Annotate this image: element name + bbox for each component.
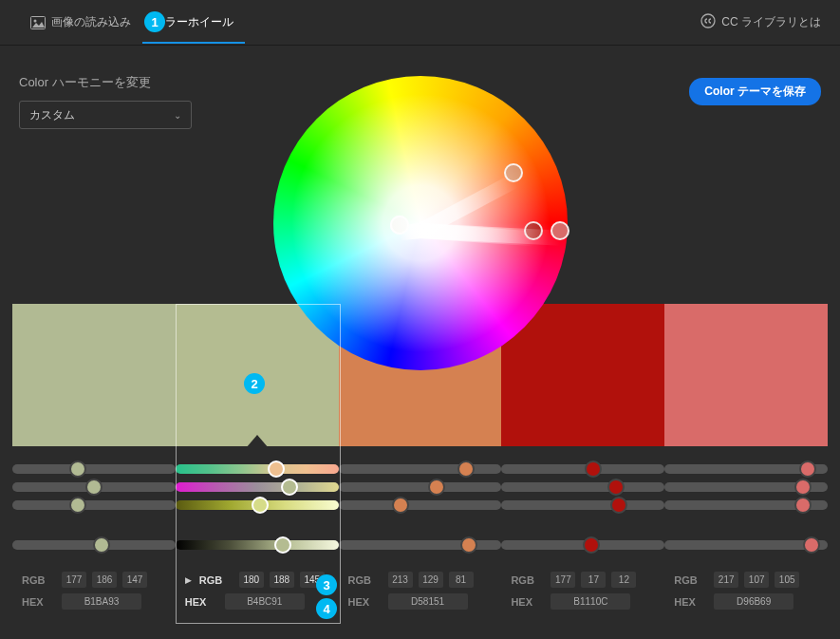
slider-knob[interactable]: [93, 536, 110, 554]
wheel-marker[interactable]: [551, 221, 569, 240]
rgb-value[interactable]: 17: [581, 572, 606, 588]
harmony-select-value: カスタム: [29, 107, 75, 123]
harmony-select[interactable]: カスタム ⌄: [19, 101, 192, 129]
slider-track-val[interactable]: [664, 540, 828, 550]
hex-value[interactable]: B1BA93: [62, 593, 141, 610]
hex-label: HEX: [348, 596, 383, 608]
wheel-marker[interactable]: [390, 216, 409, 235]
callout-3: 3: [316, 574, 337, 595]
slider-track-lig[interactable]: [339, 500, 502, 510]
slider-knob[interactable]: [585, 460, 602, 478]
hex-value[interactable]: B1110C: [551, 593, 630, 610]
svg-point-2: [701, 14, 715, 28]
slider-column: [12, 460, 176, 550]
rgb-value[interactable]: 107: [744, 572, 769, 588]
slider-knob[interactable]: [607, 479, 625, 496]
slider-track-sat[interactable]: [339, 482, 502, 492]
slider-column: [501, 460, 664, 550]
slider-track-hue[interactable]: [339, 464, 502, 474]
rgb-value[interactable]: 177: [551, 572, 575, 588]
rgb-value[interactable]: 147: [122, 572, 147, 588]
readout-column: RGB217107105HEXD96B69: [664, 566, 828, 621]
readout-column: ▶RGB180188145HEXB4BC91: [176, 566, 339, 621]
slider-knob[interactable]: [803, 536, 820, 554]
rgb-value[interactable]: 213: [388, 572, 413, 588]
cc-libraries-link[interactable]: CC ライブラリとは: [700, 13, 821, 45]
slider-knob[interactable]: [610, 497, 627, 514]
rgb-value[interactable]: 129: [419, 572, 443, 588]
swatch[interactable]: [12, 304, 176, 446]
slider-track-lig[interactable]: [664, 500, 828, 510]
rgb-value[interactable]: 188: [270, 572, 294, 588]
rgb-value[interactable]: 81: [449, 572, 474, 588]
rgb-label: RGB: [674, 574, 708, 586]
slider-knob[interactable]: [69, 497, 86, 514]
slider-knob[interactable]: [428, 479, 445, 496]
slider-track-sat[interactable]: [501, 482, 664, 492]
tab-import-image[interactable]: 画像の読み込み: [19, 14, 142, 44]
rgb-value[interactable]: 186: [92, 572, 117, 588]
callout-4: 4: [316, 598, 337, 619]
slider-track-sat[interactable]: [664, 482, 828, 492]
slider-track-val[interactable]: [176, 540, 339, 550]
slider-track-sat[interactable]: [12, 482, 176, 492]
hex-label: HEX: [511, 596, 545, 608]
cc-libraries-label: CC ライブラリとは: [721, 14, 821, 30]
hex-label: HEX: [674, 596, 708, 608]
slider-track-lig[interactable]: [501, 500, 664, 510]
hex-value[interactable]: D96B69: [714, 593, 793, 610]
slider-track-hue[interactable]: [501, 464, 664, 474]
slider-track-lig[interactable]: [176, 500, 339, 510]
sliders-row: [12, 460, 828, 546]
slider-knob[interactable]: [281, 479, 298, 496]
hex-value[interactable]: D58151: [388, 593, 468, 610]
slider-knob[interactable]: [274, 536, 291, 554]
slider-knob[interactable]: [457, 460, 475, 478]
rgb-value[interactable]: 105: [775, 572, 799, 588]
readout-column: RGB21312981HEXD58151: [339, 566, 502, 621]
slider-knob[interactable]: [252, 497, 269, 514]
slider-column: [339, 460, 502, 550]
readout-column: RGB1771712HEXB1110C: [501, 566, 664, 621]
rgb-value[interactable]: 177: [62, 572, 86, 588]
slider-knob[interactable]: [799, 460, 816, 478]
slider-knob[interactable]: [794, 479, 812, 496]
callout-2: 2: [244, 373, 265, 394]
slider-knob[interactable]: [460, 536, 477, 554]
wheel-marker[interactable]: [390, 216, 409, 235]
slider-knob[interactable]: [794, 497, 812, 514]
rgb-label: RGB: [348, 574, 383, 586]
swatch[interactable]: [664, 304, 828, 446]
rgb-value[interactable]: 217: [714, 572, 738, 588]
triangle-right-icon: ▶: [185, 575, 192, 585]
slider-track-val[interactable]: [12, 540, 176, 550]
rgb-label: RGB: [199, 574, 233, 586]
slider-track-val[interactable]: [339, 540, 502, 550]
slider-knob[interactable]: [268, 460, 285, 478]
rgb-value[interactable]: 12: [611, 572, 636, 588]
wheel-marker[interactable]: [524, 221, 543, 240]
slider-knob[interactable]: [583, 536, 600, 554]
callout-1: 1: [144, 11, 165, 32]
rgb-label: RGB: [511, 574, 545, 586]
slider-track-hue[interactable]: [12, 464, 176, 474]
hex-label: HEX: [185, 596, 219, 608]
slider-track-hue[interactable]: [176, 464, 339, 474]
slider-track-lig[interactable]: [12, 500, 176, 510]
slider-track-hue[interactable]: [664, 464, 828, 474]
svg-point-1: [34, 19, 37, 22]
chevron-down-icon: ⌄: [174, 110, 181, 121]
slider-track-val[interactable]: [501, 540, 664, 550]
image-icon: [30, 16, 46, 29]
save-theme-button[interactable]: Color テーマを保存: [689, 78, 821, 105]
hex-label: HEX: [22, 596, 56, 608]
slider-knob[interactable]: [392, 497, 409, 514]
slider-knob[interactable]: [85, 479, 103, 496]
rgb-value[interactable]: 180: [239, 572, 264, 588]
rgb-label: RGB: [22, 574, 56, 586]
wheel-marker[interactable]: [504, 163, 523, 182]
hex-value[interactable]: B4BC91: [225, 593, 305, 610]
slider-track-sat[interactable]: [176, 482, 339, 492]
slider-knob[interactable]: [69, 460, 86, 478]
color-wheel[interactable]: [273, 76, 568, 370]
